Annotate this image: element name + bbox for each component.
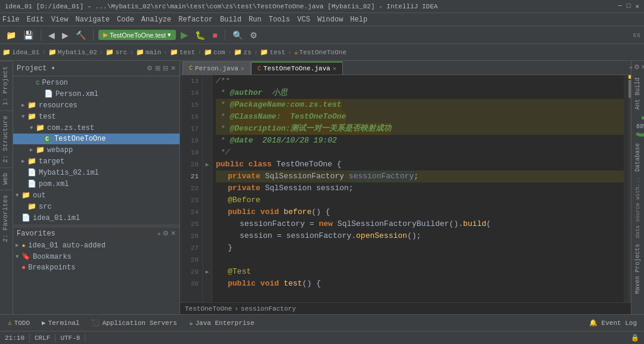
menu-file[interactable]: File <box>2 16 20 24</box>
close-icon[interactable]: ✕ <box>241 65 244 72</box>
stop-btn[interactable]: ■ <box>210 29 219 41</box>
panel-database[interactable]: Database <box>633 141 642 174</box>
minimize-btn[interactable]: ─ <box>618 2 622 10</box>
favorites-add-btn[interactable]: + <box>157 230 161 237</box>
menu-window[interactable]: Window <box>317 16 343 24</box>
toolbar-build-btn[interactable]: 🔨 <box>73 29 88 41</box>
fav-idea01[interactable]: ▶ ★ idea_01 auto-added <box>13 240 179 251</box>
bc-zs[interactable]: zs <box>243 49 251 56</box>
fav-breakpoints[interactable]: ● Breakpoints <box>13 262 179 273</box>
tree-item-mybatis-iml[interactable]: 📄 Mybatis_02.iml <box>13 167 179 178</box>
settings-btn[interactable]: ⚙ <box>247 29 260 41</box>
toolbar-forward-btn[interactable]: ▶ <box>60 29 71 41</box>
menu-code[interactable]: Code <box>117 16 134 24</box>
folder-icon: 📁 <box>27 202 36 211</box>
run-btn[interactable]: ▶ <box>178 28 190 42</box>
tab-person-java[interactable]: C Person.java ✕ <box>182 61 251 75</box>
menu-vcs[interactable]: VCS <box>298 16 311 24</box>
favorites-toolbar: + ⚙ ✕ <box>157 230 176 237</box>
tree-item-resources[interactable]: ▶ 📁 resources <box>13 100 179 111</box>
close-icon[interactable]: ✕ <box>333 65 336 72</box>
bc-idea01[interactable]: idea_01 <box>12 49 39 56</box>
tree-item-person-xml[interactable]: 📄 Person.xml <box>13 88 179 100</box>
tab-project[interactable]: 1: Project <box>0 61 13 110</box>
tab-favorites[interactable]: 2: Favorites <box>0 190 13 247</box>
code-bc-sessionfactory[interactable]: sessionFactory <box>241 305 296 312</box>
tree-item-webapp[interactable]: ▶ 📁 webapp <box>13 144 179 156</box>
bottom-tab-terminal[interactable]: ▶ Terminal <box>36 317 85 329</box>
tree-item-out[interactable]: ▼ 📁 out <box>13 190 179 201</box>
bottom-tab-todo[interactable]: ⚠ TODO <box>2 317 35 329</box>
tree-label: Person <box>42 79 68 87</box>
toolbar-back-btn[interactable]: ◀ <box>46 29 57 41</box>
bc-test[interactable]: test <box>179 49 195 56</box>
toolbar-open-btn[interactable]: 📁 <box>4 29 18 41</box>
position-label: 21:10 <box>5 334 24 342</box>
status-line-sep[interactable]: CRLF <box>35 334 50 342</box>
code-content[interactable]: /** * @author 小思 * @PackageName:com.zs.t… <box>212 75 624 302</box>
terminal-icon: ▶ <box>42 319 46 327</box>
tree-item-pom-xml[interactable]: 📄 pom.xml <box>13 178 179 190</box>
menu-build[interactable]: Build <box>220 16 242 24</box>
tree-item-test-folder[interactable]: ▼ 📁 test <box>13 111 179 122</box>
right-panel-close-btn[interactable]: ✕ <box>641 63 644 71</box>
close-btn[interactable]: ✕ <box>635 2 639 10</box>
status-encoding[interactable]: UTF-8 <box>60 334 80 342</box>
bc-src[interactable]: src <box>115 49 127 56</box>
toolbar-save-btn[interactable]: 💾 <box>21 29 36 41</box>
bc-com[interactable]: com <box>213 49 225 56</box>
gutter-run-20[interactable]: ▶ <box>203 159 212 171</box>
menu-analyze[interactable]: Analyze <box>141 16 171 24</box>
code-editor[interactable]: 13 14 15 16 17 18 19 20 21 22 23 24 25 2… <box>180 75 631 302</box>
gutter-run-29[interactable]: ▶ <box>203 266 212 278</box>
bc-testonetone[interactable]: TestOneToOne <box>299 49 346 56</box>
bc-test2[interactable]: test <box>270 49 285 56</box>
maximize-btn[interactable]: □ <box>627 2 631 10</box>
sidebar-header: Project ▾ ⚙ ⊞ ⊟ ✕ <box>13 61 179 76</box>
bottom-tabs: ⚠ TODO ▶ Terminal ⬛ Application Servers … <box>0 314 644 331</box>
tab-structure[interactable]: 2: Structure <box>0 110 13 168</box>
right-panel-plus-btn[interactable]: + <box>629 64 633 71</box>
favorites-gear-btn[interactable]: ⚙ <box>163 230 169 237</box>
gutter-19 <box>203 147 212 159</box>
run-config-dropdown[interactable]: ▶ TestOneToOne.test ▾ <box>98 30 176 40</box>
scroll-thumb[interactable] <box>628 80 631 98</box>
sidebar-close-btn[interactable]: ✕ <box>171 64 176 72</box>
bc-mybatis02[interactable]: Mybatis_02 <box>58 49 97 56</box>
favorites-close-btn[interactable]: ✕ <box>171 230 176 237</box>
menu-tools[interactable]: Tools <box>269 16 290 24</box>
sidebar-gear-btn[interactable]: ⚙ <box>147 64 153 72</box>
search-everywhere-btn[interactable]: 🔍 <box>230 29 245 41</box>
tree-item-com-zs-test[interactable]: ▼ 📁 com.zs.test <box>13 122 179 134</box>
java-test-icon: C <box>44 136 50 142</box>
sidebar-expand-btn[interactable]: ⊞ <box>155 64 160 72</box>
menu-view[interactable]: View <box>51 16 69 24</box>
tab-web[interactable]: Web <box>0 168 13 190</box>
debug-btn[interactable]: 🐛 <box>193 29 208 41</box>
menu-edit[interactable]: Edit <box>27 16 44 24</box>
sidebar-collapse-btn[interactable]: ⊟ <box>163 64 168 72</box>
tree-item-src[interactable]: 📁 src <box>13 201 179 212</box>
panel-ant-build[interactable]: Ant Build <box>633 75 642 112</box>
tree-item-person-java[interactable]: C Person <box>13 78 179 88</box>
tree-item-testonetone[interactable]: C TestOneToOne <box>13 134 179 144</box>
event-log-btn[interactable]: 🔔 Event Log <box>584 318 642 328</box>
menu-help[interactable]: Help <box>350 16 367 24</box>
tree-item-idea-iml[interactable]: 📄 idea_01.iml <box>13 212 179 224</box>
bottom-tab-java-enterprise[interactable]: ☕ Java Enterprise <box>184 317 260 329</box>
menu-run[interactable]: Run <box>249 16 262 24</box>
tree-item-target[interactable]: ▶ 📁 target <box>13 156 179 167</box>
menu-refactor[interactable]: Refactor <box>178 16 213 24</box>
panel-maven[interactable]: Maven Projects <box>633 241 642 296</box>
gutter-30 <box>203 278 212 290</box>
code-bc-testonetone[interactable]: TestOneToOne <box>185 305 232 312</box>
bc-main[interactable]: main <box>145 49 161 56</box>
fav-bookmarks[interactable]: ▼ 🔖 Bookmarks <box>13 251 179 262</box>
bottom-tab-app-servers[interactable]: ⬛ Application Servers <box>86 317 182 329</box>
right-panel-gear-btn[interactable]: ⚙ <box>634 63 640 71</box>
menu-navigate[interactable]: Navigate <box>75 16 110 24</box>
code-line-15: * @PackageName:com.zs.test <box>216 99 624 111</box>
line-25: 25 <box>180 218 199 230</box>
status-position[interactable]: 21:10 <box>5 334 24 342</box>
tab-testonetone-java[interactable]: C TestOneToOne.java ✕ <box>251 61 343 75</box>
